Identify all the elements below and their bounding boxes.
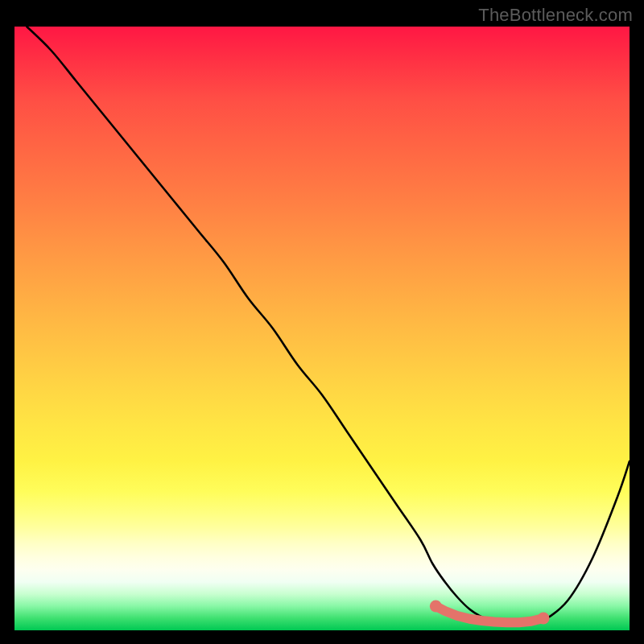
optimal-end-dot (430, 601, 442, 613)
chart-svg (14, 27, 630, 630)
bottleneck-curve (27, 27, 630, 625)
optimal-region-highlight (436, 606, 543, 622)
chart-frame (14, 27, 630, 630)
watermark-label: TheBottleneck.com (478, 5, 633, 26)
optimal-end-dot (538, 613, 550, 625)
